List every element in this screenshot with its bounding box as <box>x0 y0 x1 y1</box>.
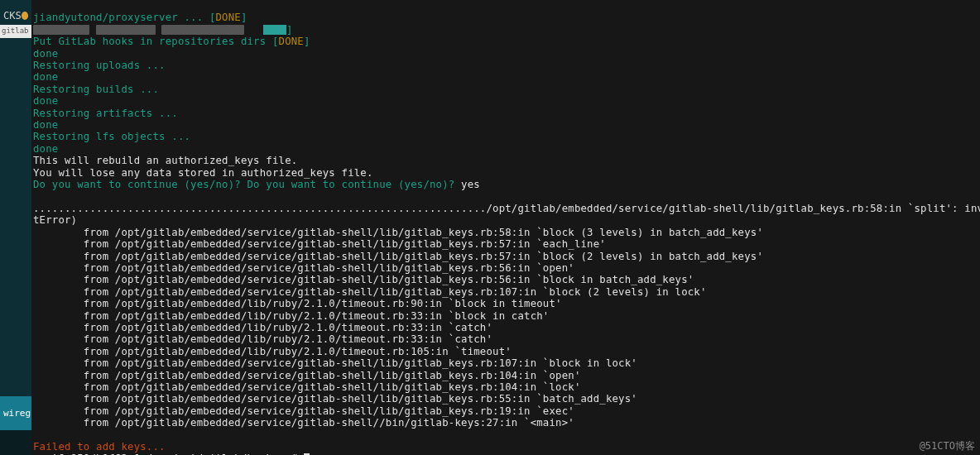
line: Put GitLab hooks in repositories dirs [ <box>33 36 279 47</box>
sidebar-top-spacer <box>0 0 31 7</box>
user-input: yes <box>461 179 480 190</box>
activity-sidebar: CKS gitlab wireg <box>0 0 31 455</box>
line-done: done <box>33 143 58 155</box>
line-done: done <box>33 71 58 83</box>
traceback-line: from /opt/gitlab/embedded/service/gitlab… <box>33 227 763 238</box>
line-done: done <box>33 95 58 107</box>
line-restore: Restoring builds ... <box>33 84 159 95</box>
traceback-line: from /opt/gitlab/embedded/service/gitlab… <box>33 381 581 393</box>
watermark: @51CTO博客 <box>920 439 975 453</box>
traceback-line: from /opt/gitlab/embedded/service/gitlab… <box>33 393 637 405</box>
traceback-line: from /opt/gitlab/embedded/service/gitlab… <box>33 357 637 369</box>
traceback-line: from /opt/gitlab/embedded/service/gitlab… <box>33 417 574 429</box>
sidebar-tab-wireg[interactable]: wireg <box>0 396 31 430</box>
line-warning: This will rebuild an authorized_keys fil… <box>33 155 297 166</box>
status-done: DONE <box>216 12 241 23</box>
line-restore: Restoring uploads ... <box>33 60 166 71</box>
line-warning: You will lose any data stored in authori… <box>33 167 373 179</box>
line-restore: Restoring artifacts ... <box>33 108 178 119</box>
sidebar-tab-gitlab[interactable]: gitlab <box>0 25 31 38</box>
traceback-line: from /opt/gitlab/embedded/lib/ruby/2.1.0… <box>33 333 492 345</box>
traceback-line: from /opt/gitlab/embedded/service/gitlab… <box>33 238 606 250</box>
error-line: ........................................… <box>33 203 980 214</box>
status-done: DONE <box>279 36 304 47</box>
traceback-line: from /opt/gitlab/embedded/service/gitlab… <box>33 370 581 381</box>
line-restore: Restoring lfs objects ... <box>33 131 190 142</box>
line: jiandyutond/proxyserver ... [ <box>33 12 216 23</box>
sidebar-bottom-block <box>0 430 31 455</box>
terminal-output[interactable]: jiandyutond/proxyserver ... [DONE] ] Put… <box>31 0 980 455</box>
traceback-line: from /opt/gitlab/embedded/lib/ruby/2.1.0… <box>33 322 492 333</box>
redacted-text <box>161 25 244 35</box>
bracket: ] <box>286 24 293 36</box>
notification-dot-icon <box>22 12 28 20</box>
error-message: Failed to add keys... <box>33 441 166 453</box>
traceback-line: from /opt/gitlab/embedded/service/gitlab… <box>33 274 694 285</box>
prompt-confirm: Do you want to continue (yes/no)? Do you… <box>33 179 461 190</box>
traceback-line: from /opt/gitlab/embedded/service/gitlab… <box>33 286 707 298</box>
tab-label: CKS <box>3 10 22 22</box>
redacted-text <box>96 25 156 35</box>
sidebar-spacer <box>0 38 31 396</box>
traceback-line: from /opt/gitlab/embedded/service/gitlab… <box>33 251 763 262</box>
traceback-line: from /opt/gitlab/embedded/lib/ruby/2.1.0… <box>33 298 562 309</box>
bracket: ] <box>241 12 247 23</box>
sidebar-tab-cks[interactable]: CKS <box>0 7 31 25</box>
status-green-box <box>263 25 286 35</box>
redacted-text <box>33 25 89 35</box>
traceback-line: from /opt/gitlab/embedded/service/gitlab… <box>33 262 574 274</box>
tab-label: gitlab <box>2 26 29 35</box>
line-done: done <box>33 119 58 131</box>
traceback-line: from /opt/gitlab/embedded/lib/ruby/2.1.0… <box>33 310 549 322</box>
line-done: done <box>33 48 58 60</box>
traceback-line: from /opt/gitlab/embedded/lib/ruby/2.1.0… <box>33 346 512 357</box>
traceback-line: from /opt/gitlab/embedded/service/gitlab… <box>33 405 574 417</box>
error-line: tError) <box>33 214 77 226</box>
tab-label: wireg <box>3 408 31 419</box>
bracket: ] <box>304 36 310 47</box>
